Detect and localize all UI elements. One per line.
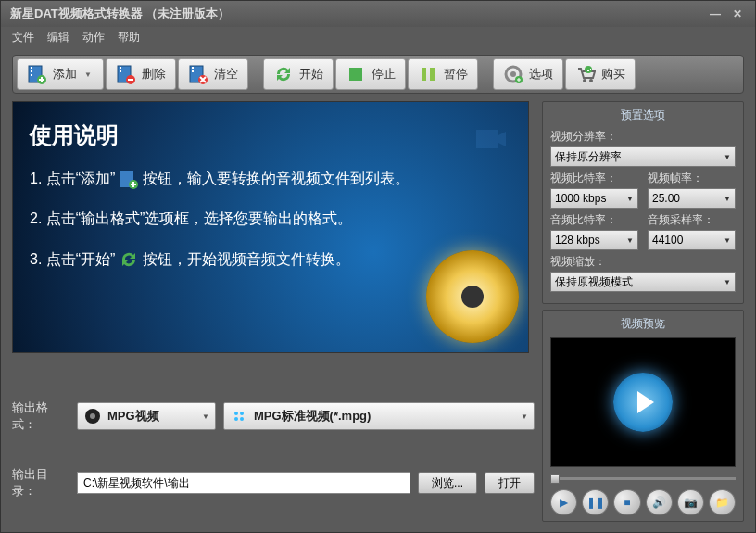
chevron-down-icon: ▼	[724, 278, 731, 286]
svg-point-28	[234, 412, 238, 415]
window-title: 新星DAT视频格式转换器 （未注册版本）	[10, 6, 230, 22]
minimize-button[interactable]: —	[707, 7, 724, 20]
svg-rect-11	[192, 67, 194, 69]
output-format-label: 输出格式：	[12, 400, 69, 433]
output-preset-select[interactable]: MPG标准视频(*.mpg) ▼	[223, 402, 535, 430]
svg-rect-12	[192, 70, 194, 72]
preview-play-button[interactable]: ▶	[550, 489, 577, 515]
chevron-down-icon: ▼	[724, 195, 731, 203]
svg-rect-6	[120, 67, 121, 69]
preview-title: 视频预览	[550, 316, 736, 332]
svg-point-27	[90, 413, 95, 419]
pause-icon	[418, 64, 438, 84]
chevron-down-icon: ▼	[724, 236, 731, 245]
output-dir-label: 输出目录：	[12, 466, 69, 500]
video-bitrate-select[interactable]: 1000 kbps▼	[550, 188, 638, 209]
svg-rect-1	[31, 67, 32, 69]
step-2: 2. 点击“输出格式”选项框，选择您要输出的格式。	[30, 209, 511, 229]
options-button[interactable]: 选项	[493, 58, 563, 90]
chevron-down-icon: ▼	[521, 412, 528, 421]
toolbar: 添加 ▼ 删除 清空 开始 停止 暂停	[12, 55, 744, 94]
preset-icon	[230, 407, 248, 425]
presets-title: 预置选项	[550, 108, 736, 123]
svg-rect-23	[476, 130, 498, 148]
video-scale-select[interactable]: 保持原视频模式▼	[550, 272, 736, 292]
gear-icon	[503, 64, 523, 84]
delete-button[interactable]: 删除	[106, 58, 176, 90]
svg-point-30	[234, 417, 238, 421]
menu-action[interactable]: 动作	[82, 30, 105, 45]
play-icon	[613, 373, 673, 432]
presets-panel: 预置选项 视频分辨率： 保持原分辨率▼ 视频比特率： 1000 kbps▼ 视频…	[542, 101, 744, 304]
disc-icon	[426, 250, 519, 343]
video-scale-label: 视频缩放：	[550, 254, 736, 270]
resolution-select[interactable]: 保持原分辨率▼	[550, 146, 736, 167]
preview-folder-button[interactable]: 📁	[709, 489, 736, 515]
close-button[interactable]: ✕	[729, 7, 746, 20]
svg-point-18	[510, 71, 516, 77]
seek-slider[interactable]	[550, 473, 736, 484]
svg-rect-14	[349, 68, 362, 81]
buy-button[interactable]: 购买	[565, 58, 636, 90]
preview-volume-button[interactable]: 🔊	[646, 489, 673, 515]
menu-file[interactable]: 文件	[12, 30, 34, 45]
resolution-label: 视频分辨率：	[550, 129, 736, 145]
stop-button[interactable]: 停止	[335, 58, 406, 90]
clear-button[interactable]: 清空	[178, 58, 248, 90]
mpg-icon	[83, 407, 102, 425]
menu-bar: 文件 编辑 动作 帮助	[1, 27, 755, 47]
step-1: 1. 点击“添加” 按钮，输入要转换的音视频文件到列表。	[30, 169, 511, 189]
preview-pause-button[interactable]: ❚❚	[582, 489, 609, 515]
refresh-icon	[273, 64, 294, 84]
video-fps-select[interactable]: 25.00▼	[648, 188, 736, 209]
add-film-icon	[119, 169, 139, 189]
cart-icon	[575, 64, 596, 84]
add-button[interactable]: 添加 ▼	[17, 58, 104, 90]
preview-panel: 视频预览 ▶ ❚❚ ■ 🔊 📷 📁	[542, 310, 744, 522]
pause-button[interactable]: 暂停	[408, 58, 478, 90]
svg-rect-7	[120, 70, 121, 72]
output-dir-input[interactable]	[77, 472, 410, 494]
instructions-banner: 使用说明 1. 点击“添加” 按钮，输入要转换的音视频文件到列表。 2. 点击“…	[12, 101, 529, 353]
chevron-down-icon: ▼	[724, 153, 731, 161]
start-button[interactable]: 开始	[263, 58, 334, 90]
refresh-icon	[119, 249, 139, 270]
svg-rect-9	[128, 79, 133, 81]
chevron-down-icon: ▼	[202, 412, 209, 421]
browse-button[interactable]: 浏览...	[418, 472, 477, 494]
preview-stop-button[interactable]: ■	[613, 489, 640, 515]
audio-bitrate-label: 音频比特率：	[550, 212, 638, 228]
output-format-select[interactable]: MPG视频 ▼	[77, 402, 216, 430]
svg-point-29	[240, 412, 244, 415]
camera-icon	[472, 121, 510, 158]
chevron-down-icon: ▼	[626, 195, 634, 203]
svg-point-21	[589, 79, 593, 82]
video-fps-label: 视频帧率：	[648, 171, 736, 186]
svg-rect-3	[31, 74, 32, 76]
video-bitrate-label: 视频比特率：	[550, 171, 638, 186]
instructions-title: 使用说明	[30, 121, 511, 150]
preview-area	[550, 337, 736, 467]
open-button[interactable]: 打开	[485, 472, 535, 494]
menu-edit[interactable]: 编辑	[47, 30, 69, 45]
svg-rect-15	[422, 68, 426, 81]
svg-point-31	[240, 417, 244, 421]
preview-snapshot-button[interactable]: 📷	[677, 489, 704, 515]
menu-help[interactable]: 帮助	[118, 30, 140, 45]
stop-icon	[346, 64, 366, 84]
audio-bitrate-select[interactable]: 128 kbps▼	[550, 230, 638, 250]
add-film-icon	[27, 64, 47, 84]
chevron-down-icon: ▼	[84, 70, 94, 79]
clear-film-icon	[188, 64, 208, 84]
title-bar: 新星DAT视频格式转换器 （未注册版本） — ✕	[1, 1, 755, 27]
svg-point-20	[583, 79, 586, 82]
svg-point-22	[585, 66, 592, 73]
delete-film-icon	[116, 64, 136, 84]
audio-samplerate-select[interactable]: 44100▼	[648, 230, 736, 250]
svg-rect-16	[430, 68, 435, 81]
chevron-down-icon: ▼	[626, 236, 634, 245]
audio-samplerate-label: 音频采样率：	[648, 212, 736, 228]
svg-rect-2	[31, 70, 32, 72]
